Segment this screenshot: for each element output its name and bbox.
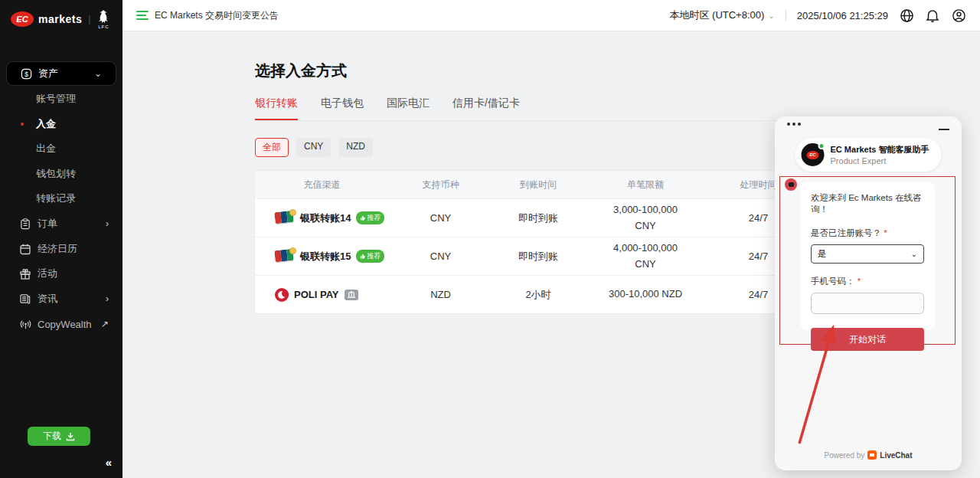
col-currency: 支持币种 bbox=[389, 178, 492, 192]
livechat-brand[interactable]: LiveChat bbox=[880, 451, 912, 460]
recommended-badge: 推荐 bbox=[356, 250, 384, 263]
sidebar-item-copywealth[interactable]: CopyWealth ↗ bbox=[0, 312, 122, 336]
supported-currency: NZD bbox=[389, 289, 492, 300]
sidebar-item-transfer-records[interactable]: 转账记录 bbox=[0, 186, 122, 211]
sidebar-item-deposit[interactable]: 入金 bbox=[0, 112, 122, 136]
sidebar-item-label: 出金 bbox=[36, 142, 56, 156]
start-chat-button[interactable]: 开始对话 bbox=[811, 328, 924, 351]
sidebar-item-economic-calendar[interactable]: 经济日历 bbox=[0, 237, 122, 261]
agent-avatar: EC bbox=[802, 143, 825, 166]
chevron-right-icon: › bbox=[106, 293, 109, 304]
notifications-bell-icon[interactable] bbox=[925, 8, 940, 23]
chevron-down-icon: ⌄ bbox=[768, 11, 774, 20]
channel-name: 银联转账14 bbox=[300, 211, 351, 225]
registered-question-label: 是否已注册账号？ * bbox=[811, 228, 924, 239]
arrival-time: 即时到账 bbox=[492, 250, 584, 264]
arrival-time: 2小时 bbox=[492, 288, 584, 302]
single-limit: 300-10,000 NZD bbox=[609, 286, 682, 303]
table-row[interactable]: 银联转账15 推荐 CNY 即时到账 4,000-100,000 CNY 24/… bbox=[255, 237, 810, 275]
sidebar-item-label: 资讯 bbox=[38, 292, 57, 306]
collapse-sidebar-button[interactable]: « bbox=[106, 456, 112, 469]
poli-pay-icon bbox=[275, 288, 289, 302]
chat-menu-icon[interactable] bbox=[787, 123, 801, 126]
active-dot bbox=[21, 123, 24, 126]
dollar-icon: $ bbox=[20, 67, 32, 80]
account-avatar-icon[interactable] bbox=[951, 8, 966, 23]
agent-role: Product Expert bbox=[831, 156, 929, 165]
sidebar-item-orders[interactable]: 订单 › bbox=[0, 211, 122, 236]
tab-credit-debit-card[interactable]: 信用卡/借记卡 bbox=[452, 97, 520, 120]
chevron-down-icon: ⌄ bbox=[911, 250, 917, 258]
divider bbox=[786, 9, 786, 21]
phone-input[interactable] bbox=[811, 293, 924, 314]
unionpay-icon bbox=[275, 211, 295, 224]
currency-filters: 全部 CNY NZD bbox=[255, 138, 810, 157]
chevron-down-icon: ⌄ bbox=[94, 68, 102, 79]
sidebar-item-withdraw[interactable]: 出金 bbox=[0, 136, 122, 161]
deposit-method-tabs: 银行转账 电子钱包 国际电汇 信用卡/借记卡 bbox=[255, 97, 810, 121]
thumbs-up-icon bbox=[360, 215, 365, 221]
page-title: 选择入金方式 bbox=[255, 61, 810, 81]
sidebar-item-assets[interactable]: $ 资产 ⌄ bbox=[6, 61, 116, 86]
brand-logo: EC markets | LFC bbox=[0, 0, 122, 37]
sidebar-item-label: 钱包划转 bbox=[36, 167, 76, 181]
sidebar-item-activities[interactable]: 活动 bbox=[0, 261, 122, 286]
chevron-right-icon: › bbox=[106, 218, 109, 229]
filter-nzd[interactable]: NZD bbox=[338, 138, 373, 157]
phone-label: 手机号码： * bbox=[811, 276, 924, 287]
sidebar-item-news[interactable]: 资讯 › bbox=[0, 286, 122, 311]
brand-name: markets bbox=[38, 13, 82, 25]
logo-divider: | bbox=[88, 14, 90, 25]
language-globe-icon[interactable] bbox=[899, 8, 914, 23]
tab-e-wallet[interactable]: 电子钱包 bbox=[321, 97, 364, 120]
sidebar-item-label: 经济日历 bbox=[38, 242, 77, 256]
sidebar-item-account-management[interactable]: 账号管理 bbox=[0, 87, 122, 111]
liver-bird-icon bbox=[96, 9, 110, 25]
tab-bank-transfer[interactable]: 银行转账 bbox=[255, 97, 298, 120]
external-link-icon: ↗ bbox=[101, 319, 109, 329]
powered-by: Powered by LiveChat bbox=[775, 450, 962, 460]
required-asterisk: * bbox=[884, 228, 887, 237]
required-asterisk: * bbox=[858, 277, 861, 286]
signal-icon bbox=[19, 318, 31, 330]
livechat-widget: EC EC Markets 智能客服助手 Product Expert 欢迎来到… bbox=[775, 116, 962, 470]
online-status-dot bbox=[818, 142, 825, 149]
sidebar-item-label: CopyWealth bbox=[38, 319, 92, 330]
channel-name: POLI PAY bbox=[294, 289, 339, 300]
deposit-channels-table: 充值渠道 支持币种 到账时间 单笔限额 处理时间 银联转账14 bbox=[255, 171, 810, 313]
sidebar: EC markets | LFC $ 资产 ⌄ 账号管理 入金 出金 钱包划转 … bbox=[0, 0, 122, 478]
bank-badge-icon bbox=[345, 290, 358, 300]
table-row[interactable]: POLI PAY NZD 2小时 300-10,000 NZD 24/7 bbox=[255, 275, 810, 313]
sidebar-item-label: 账号管理 bbox=[36, 92, 76, 106]
select-value: 是 bbox=[818, 248, 827, 260]
sidebar-item-wallet-transfer[interactable]: 钱包划转 bbox=[0, 162, 122, 186]
thumbs-up-icon bbox=[360, 254, 365, 259]
announcement-text[interactable]: EC Markets 交易时间变更公告 bbox=[155, 9, 279, 22]
agent-header: EC EC Markets 智能客服助手 Product Expert bbox=[795, 138, 942, 172]
download-icon bbox=[66, 432, 75, 441]
unionpay-icon bbox=[275, 250, 295, 263]
sidebar-item-label: 订单 bbox=[38, 217, 57, 231]
recommended-badge: 推荐 bbox=[356, 211, 384, 224]
col-arrival: 到账时间 bbox=[492, 178, 584, 192]
timezone-selector[interactable]: 本地时区 (UTC+8:00) ⌄ bbox=[669, 8, 774, 22]
col-channel: 充值渠道 bbox=[255, 178, 389, 192]
filter-cny[interactable]: CNY bbox=[296, 138, 331, 157]
sidebar-item-label: 入金 bbox=[36, 117, 56, 131]
gift-icon bbox=[19, 267, 31, 280]
registered-select[interactable]: 是 ⌄ bbox=[811, 244, 924, 264]
chat-minimize-icon[interactable] bbox=[939, 129, 949, 130]
livechat-icon bbox=[867, 450, 877, 460]
agent-name: EC Markets 智能客服助手 bbox=[831, 144, 929, 156]
sidebar-item-label: 转账记录 bbox=[36, 192, 76, 205]
bot-avatar bbox=[785, 178, 797, 191]
download-button[interactable]: 下载 bbox=[28, 427, 90, 446]
pre-chat-form-highlight: 欢迎来到 Ec Markets 在线咨询！ 是否已注册账号？ * 是 ⌄ 手机号… bbox=[779, 176, 956, 345]
tab-international-wire[interactable]: 国际电汇 bbox=[387, 97, 430, 120]
datetime-display: 2025/10/06 21:25:29 bbox=[797, 10, 888, 21]
supported-currency: CNY bbox=[389, 212, 492, 224]
topbar: EC Markets 交易时间变更公告 本地时区 (UTC+8:00) ⌄ 20… bbox=[122, 0, 980, 31]
table-row[interactable]: 银联转账14 推荐 CNY 即时到账 3,000-100,000 CNY 24/… bbox=[255, 198, 810, 237]
announcement-menu-icon[interactable] bbox=[136, 8, 149, 22]
filter-all[interactable]: 全部 bbox=[255, 138, 289, 157]
